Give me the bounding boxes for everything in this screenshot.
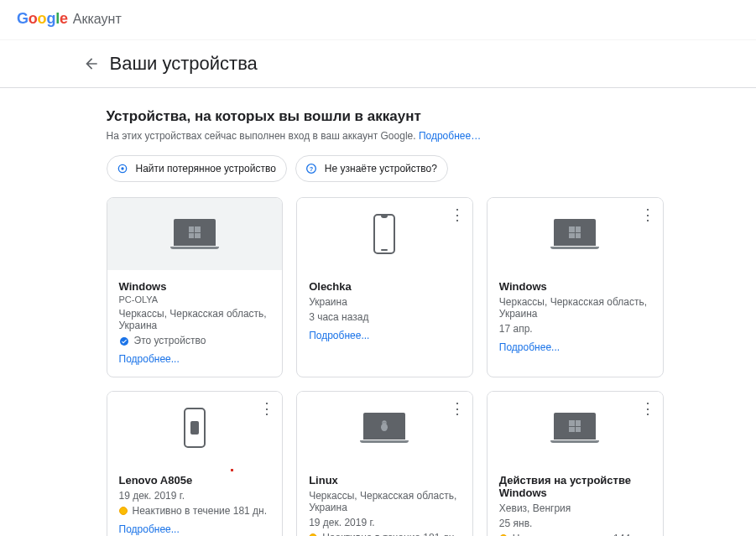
card-menu-button[interactable]: ⋮ — [446, 203, 469, 226]
laptop-icon — [550, 219, 599, 249]
unknown-device-chip[interactable]: ? Не узнаёте устройство? — [295, 155, 448, 182]
device-card[interactable]: ⋮ Windows Черкассы, Черкасская область, … — [487, 197, 664, 377]
page-title: Ваши устройства — [110, 53, 258, 75]
device-card[interactable]: ⋮ Действия на устройстве Windows Хевиз, … — [487, 391, 664, 536]
google-logo: Google — [17, 10, 68, 28]
arrow-left-icon — [83, 55, 100, 72]
device-location: Черкассы, Черкасская область, Украина — [309, 490, 461, 513]
device-activity: 17 апр. — [499, 323, 651, 335]
device-location: Черкассы, Черкасская область, Украина — [119, 308, 271, 331]
device-subname: PC-OLYA — [119, 294, 271, 304]
help-icon: ? — [305, 162, 318, 175]
content: Устройства, на которых вы вошли в аккаун… — [76, 88, 680, 536]
chip-row: Найти потерянное устройство ? Не узнаёте… — [107, 155, 664, 182]
phone-icon — [184, 408, 206, 448]
card-menu-button[interactable]: ⋮ — [636, 397, 660, 420]
device-name: Olechka — [309, 280, 461, 293]
device-card[interactable]: ⋮ Lenovo A805e 19 дек. 2019 г. Неактивно… — [107, 391, 284, 536]
status-label: Это устройство — [134, 335, 206, 346]
device-location: Украина — [309, 296, 461, 308]
back-button[interactable] — [76, 49, 107, 79]
device-more-link[interactable]: Подробнее... — [499, 341, 651, 353]
device-more-link[interactable]: Подробнее... — [119, 523, 271, 535]
device-name: Действия на устройстве Windows — [499, 474, 651, 499]
device-status: Неактивно в течение 144 дн. — [499, 533, 651, 536]
device-grid: Windows PC-OLYA Черкассы, Черкасская обл… — [107, 197, 664, 536]
device-name: Lenovo A805e — [119, 474, 271, 487]
device-name: Windows — [499, 280, 651, 293]
annotation-dot — [231, 469, 233, 471]
svg-point-8 — [385, 422, 386, 423]
device-activity: 19 дек. 2019 г. — [119, 490, 271, 502]
phone-icon — [373, 214, 395, 254]
device-card[interactable]: ⋮ Olechka Украина 3 часа назад Подробнее… — [296, 197, 473, 377]
app-header: Google Аккаунт — [0, 0, 756, 39]
device-status: Неактивно в течение 181 дн. — [309, 532, 461, 536]
device-image — [487, 198, 663, 270]
device-card[interactable]: ⋮ Linux Черкассы, Черкасская область, Ук… — [296, 391, 473, 536]
device-image — [107, 198, 283, 270]
device-more-link[interactable]: Подробнее... — [119, 353, 271, 365]
find-device-chip[interactable]: Найти потерянное устройство — [107, 155, 287, 182]
svg-point-6 — [383, 420, 387, 424]
laptop-icon — [550, 413, 599, 443]
target-icon — [116, 162, 129, 175]
device-status: Неактивно в течение 181 дн. — [119, 505, 271, 517]
card-menu-button[interactable]: ⋮ — [255, 397, 279, 420]
warning-dot-icon — [119, 507, 128, 515]
laptop-icon — [170, 219, 219, 249]
device-activity: 25 янв. — [499, 518, 651, 529]
device-activity: 19 дек. 2019 г. — [309, 517, 461, 528]
device-activity: 3 часа назад — [309, 311, 461, 323]
laptop-icon — [360, 413, 409, 443]
card-menu-button[interactable]: ⋮ — [446, 397, 469, 420]
device-image — [487, 392, 663, 464]
svg-point-7 — [383, 422, 384, 423]
status-label: Неактивно в течение 144 дн. — [513, 533, 648, 536]
device-status: Это устройство — [119, 335, 271, 346]
linux-icon — [378, 419, 391, 433]
section-more-link[interactable]: Подробнее… — [419, 130, 481, 142]
device-name: Linux — [309, 474, 461, 487]
svg-text:?: ? — [310, 165, 314, 173]
svg-point-4 — [120, 337, 128, 346]
product-name: Аккаунт — [73, 12, 122, 27]
svg-point-1 — [121, 167, 123, 169]
section-sub-label: На этих устройствах сейчас выполнен вход… — [107, 130, 419, 142]
device-name: Windows — [119, 280, 271, 293]
device-card[interactable]: Windows PC-OLYA Черкассы, Черкасская обл… — [107, 197, 284, 377]
device-location: Черкассы, Черкасская область, Украина — [499, 296, 651, 320]
status-label: Неактивно в течение 181 дн. — [133, 505, 268, 517]
section-heading: Устройства, на которых вы вошли в аккаун… — [107, 108, 664, 125]
check-circle-icon — [119, 336, 129, 346]
device-location: Хевиз, Венгрия — [499, 502, 651, 514]
titlebar: Ваши устройства — [0, 39, 756, 88]
device-more-link[interactable]: Подробнее... — [309, 330, 461, 341]
chip-label: Найти потерянное устройство — [136, 163, 276, 174]
status-label: Неактивно в течение 181 дн. — [322, 532, 457, 536]
card-menu-button[interactable]: ⋮ — [636, 203, 660, 226]
section-subtext: На этих устройствах сейчас выполнен вход… — [107, 130, 664, 142]
chip-label: Не узнаёте устройство? — [325, 163, 437, 174]
